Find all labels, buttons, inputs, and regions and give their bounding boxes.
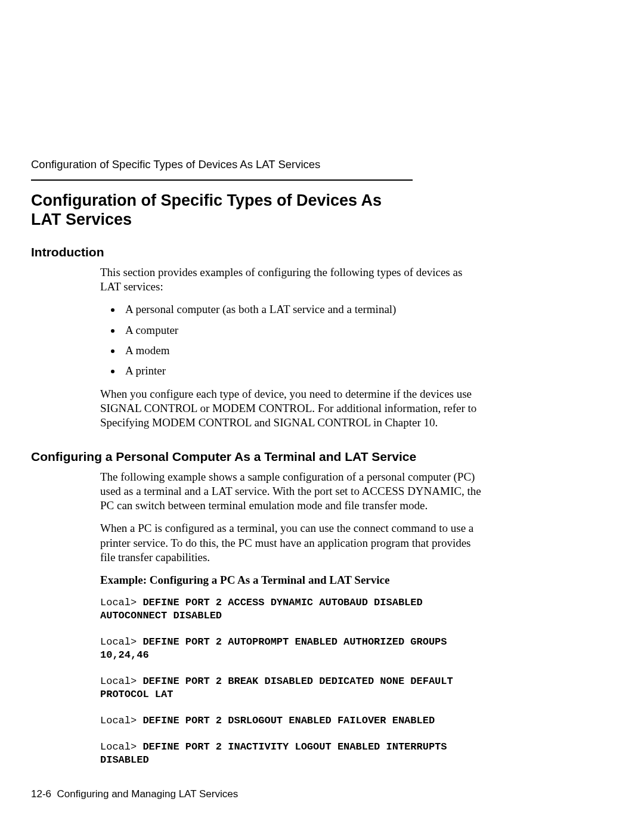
command: DEFINE PORT 2 BREAK DISABLED DEDICATED N… — [100, 676, 453, 700]
page-number: 12-6 — [31, 788, 51, 800]
section-heading-config-pc: Configuring a Personal Computer As a Ter… — [31, 450, 566, 464]
code-block: Local> DEFINE PORT 2 ACCESS DYNAMIC AUTO… — [100, 596, 482, 623]
configpc-paragraph-1: The following example shows a sample con… — [100, 470, 482, 513]
configpc-body: The following example shows a sample con… — [100, 470, 482, 767]
rule — [31, 179, 413, 181]
command: DEFINE PORT 2 INACTIVITY LOGOUT ENABLED … — [100, 741, 447, 766]
prompt: Local> — [100, 741, 143, 753]
footer-title: Configuring and Managing LAT Services — [57, 788, 238, 800]
page-footer: 12-6 Configuring and Managing LAT Servic… — [31, 788, 238, 800]
configpc-paragraph-2: When a PC is configured as a terminal, y… — [100, 521, 482, 565]
page: Configuration of Specific Types of Devic… — [0, 0, 644, 767]
command: DEFINE PORT 2 AUTOPROMPT ENABLED AUTHORI… — [100, 636, 447, 661]
prompt: Local> — [100, 676, 143, 687]
code-block: Local> DEFINE PORT 2 INACTIVITY LOGOUT E… — [100, 741, 482, 767]
code-block: Local> DEFINE PORT 2 BREAK DISABLED DEDI… — [100, 675, 482, 701]
page-title: Configuration of Specific Types of Devic… — [31, 191, 413, 230]
prompt: Local> — [100, 597, 143, 608]
code-block: Local> DEFINE PORT 2 DSRLOGOUT ENABLED F… — [100, 714, 482, 727]
list-item: A computer — [122, 323, 482, 337]
intro-bullet-list: A personal computer (as both a LAT servi… — [100, 302, 482, 378]
running-head: Configuration of Specific Types of Devic… — [31, 158, 566, 171]
example-title: Example: Configuring a PC As a Terminal … — [100, 573, 482, 587]
prompt: Local> — [100, 636, 143, 648]
command: DEFINE PORT 2 DSRLOGOUT ENABLED FAILOVER… — [143, 715, 435, 726]
list-item: A personal computer (as both a LAT servi… — [122, 302, 482, 317]
command: DEFINE PORT 2 ACCESS DYNAMIC AUTOBAUD DI… — [100, 597, 423, 621]
section-heading-introduction: Introduction — [31, 245, 566, 259]
intro-paragraph-2: When you configure each type of device, … — [100, 387, 482, 431]
prompt: Local> — [100, 715, 143, 726]
intro-body: This section provides examples of config… — [100, 265, 482, 431]
intro-paragraph-1: This section provides examples of config… — [100, 265, 482, 295]
list-item: A printer — [122, 364, 482, 378]
code-block: Local> DEFINE PORT 2 AUTOPROMPT ENABLED … — [100, 636, 482, 662]
list-item: A modem — [122, 343, 482, 358]
